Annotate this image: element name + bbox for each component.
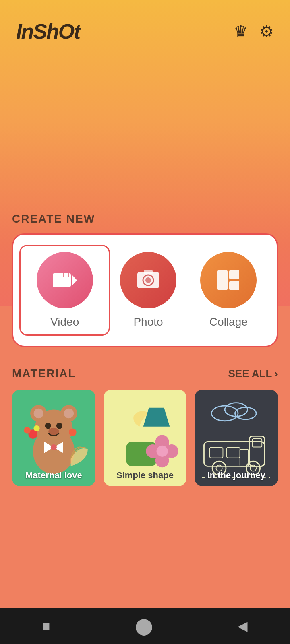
- photo-circle: [120, 252, 176, 308]
- svg-point-28: [69, 429, 77, 436]
- see-all-chevron: ›: [274, 367, 278, 380]
- collage-label: Collage: [209, 316, 248, 328]
- svg-point-17: [34, 409, 44, 418]
- material-header: MATERIAL SEE ALL ›: [12, 367, 278, 380]
- svg-marker-29: [143, 408, 170, 427]
- app-wrapper: InShOt ♛ ⚙ CREATE NEW: [0, 0, 290, 644]
- maternal-love-label: Maternal love: [12, 470, 95, 481]
- photo-label: Photo: [133, 316, 163, 328]
- header: InShOt ♛ ⚙: [0, 0, 290, 52]
- svg-rect-43: [227, 447, 240, 458]
- see-all-button[interactable]: SEE ALL ›: [228, 367, 278, 380]
- collage-circle: [200, 252, 257, 308]
- nav-square-icon[interactable]: ■: [42, 619, 50, 634]
- svg-marker-1: [72, 275, 77, 285]
- collage-icon: [214, 266, 242, 294]
- svg-point-27: [34, 425, 40, 431]
- settings-icon[interactable]: ⚙: [259, 22, 274, 41]
- svg-rect-10: [218, 270, 228, 290]
- video-icon: [51, 266, 79, 294]
- simple-shape-label: Simple shape: [104, 470, 187, 481]
- svg-point-20: [56, 423, 62, 429]
- material-grid: Maternal love: [12, 390, 278, 486]
- svg-rect-40: [204, 442, 265, 466]
- svg-point-26: [24, 427, 31, 434]
- nav-back-icon[interactable]: ◀: [238, 618, 248, 634]
- svg-rect-8: [144, 270, 153, 274]
- app-logo: InShOt: [16, 19, 80, 43]
- crown-icon[interactable]: ♛: [234, 22, 248, 41]
- svg-point-18: [64, 409, 74, 418]
- nav-home-icon[interactable]: ⬤: [135, 617, 153, 635]
- see-all-text: SEE ALL: [228, 367, 272, 380]
- svg-point-24: [51, 444, 57, 450]
- video-circle: [37, 252, 93, 308]
- main-content: CREATE NEW Video: [0, 213, 290, 644]
- material-card-in-the-journey[interactable]: In the journey: [195, 390, 278, 486]
- bottom-nav: ■ ⬤ ◀: [0, 608, 290, 644]
- photo-icon: [134, 266, 162, 294]
- svg-rect-49: [240, 449, 249, 466]
- create-collage-item[interactable]: Collage: [188, 252, 269, 328]
- svg-rect-44: [253, 439, 262, 447]
- journey-label: In the journey: [195, 470, 278, 481]
- svg-point-9: [145, 277, 151, 283]
- material-label: MATERIAL: [12, 367, 76, 380]
- create-video-item[interactable]: Video: [19, 245, 110, 336]
- material-card-maternal-love[interactable]: Maternal love: [12, 390, 95, 486]
- svg-rect-42: [210, 447, 223, 458]
- video-label: Video: [50, 316, 79, 328]
- svg-point-36: [156, 446, 168, 457]
- svg-rect-12: [229, 281, 239, 290]
- create-new-label: CREATE NEW: [12, 213, 278, 225]
- svg-point-19: [45, 423, 51, 429]
- svg-rect-11: [229, 270, 239, 279]
- material-card-simple-shape[interactable]: Simple shape: [104, 390, 187, 486]
- header-icons: ♛ ⚙: [234, 22, 274, 41]
- create-new-card: Video Photo: [12, 233, 278, 347]
- create-photo-item[interactable]: Photo: [108, 252, 188, 328]
